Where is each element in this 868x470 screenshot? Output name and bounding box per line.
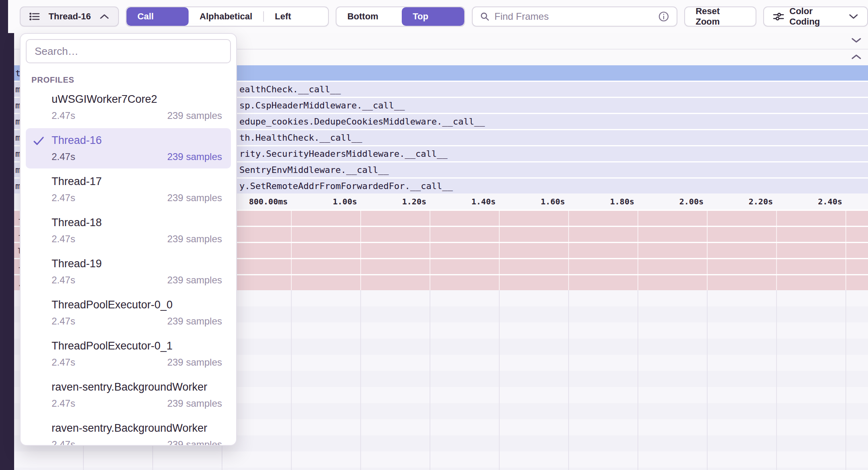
chevron-down-icon <box>849 14 858 19</box>
time-gridline <box>638 290 638 470</box>
thread-dropdown-search-input[interactable] <box>26 39 231 63</box>
time-gridline <box>499 290 500 470</box>
time-gridline <box>360 290 361 470</box>
time-gridline <box>707 290 708 470</box>
time-gridline <box>430 290 430 470</box>
profile-duration: 2.47s <box>52 192 75 204</box>
color-coding-button[interactable]: Color Coding <box>763 6 868 27</box>
chevron-up-icon <box>100 14 109 19</box>
search-icon <box>480 12 490 21</box>
sliders-icon <box>773 12 784 21</box>
profile-sample-count: 239 samples <box>167 398 222 409</box>
time-gridline <box>845 290 846 470</box>
checkmark-icon <box>33 136 44 148</box>
profile-sample-count: 239 samples <box>167 192 222 204</box>
profile-duration: 2.47s <box>52 439 75 446</box>
thread-selector-label: Thread-16 <box>48 11 91 22</box>
time-gridline <box>430 210 430 290</box>
profile-list-item[interactable]: raven-sentry.BackgroundWorker 2.47s 239 … <box>26 375 231 415</box>
profile-name: ThreadPoolExecutor-0_1 <box>52 340 231 352</box>
time-gridline <box>568 210 569 290</box>
profile-name: Thread-18 <box>52 216 231 229</box>
sort-option-left-heavy[interactable]: Left Heavy <box>264 7 328 26</box>
profile-duration: 2.47s <box>52 357 75 368</box>
reset-zoom-label: Reset Zoom <box>696 6 745 27</box>
profile-duration: 2.47s <box>52 275 75 286</box>
thread-list-icon <box>29 12 40 21</box>
profile-duration: 2.47s <box>52 233 75 245</box>
profile-list-item[interactable]: Thread-18 2.47s 239 samples <box>26 210 231 251</box>
profiles-list: uWSGIWorker7Core2 2.47s 239 samples Thre… <box>26 87 231 446</box>
profile-sample-count: 239 samples <box>167 233 222 245</box>
profile-sample-count: 239 samples <box>167 151 222 162</box>
profile-name: ThreadPoolExecutor-0_0 <box>52 299 231 311</box>
reset-zoom-button[interactable]: Reset Zoom <box>684 6 756 27</box>
time-gridline <box>360 210 361 290</box>
profile-list-item[interactable]: Thread-19 2.47s 239 samples <box>26 252 231 292</box>
sort-option-alphabetical[interactable]: Alphabetical <box>189 7 263 26</box>
profile-list-item[interactable]: Thread-17 2.47s 239 samples <box>26 169 231 210</box>
profile-duration: 2.47s <box>52 151 75 162</box>
profile-list-item[interactable]: ThreadPoolExecutor-0_1 2.47s 239 samples <box>26 334 231 374</box>
profile-sample-count: 239 samples <box>167 357 222 368</box>
profile-duration: 2.47s <box>52 398 75 409</box>
profile-name: raven-sentry.BackgroundWorker <box>52 381 231 393</box>
profile-list-item[interactable]: uWSGIWorker7Core2 2.47s 239 samples <box>26 87 231 127</box>
profile-list-item[interactable]: raven-sentry.BackgroundWorker 2.47s 239 … <box>26 416 231 446</box>
find-frames-search[interactable]: Find Frames <box>472 6 677 27</box>
profile-duration: 2.47s <box>52 316 75 327</box>
time-gridline <box>776 290 777 470</box>
direction-segmented-control: Bottom UpTop Down <box>336 6 465 27</box>
info-icon[interactable] <box>658 11 669 22</box>
profile-name: Thread-19 <box>52 258 231 270</box>
profile-name: Thread-16 <box>52 134 231 147</box>
sort-option-call-order[interactable]: Call Order <box>127 7 189 26</box>
profile-duration: 2.47s <box>52 110 75 121</box>
time-gridline <box>499 210 500 290</box>
profile-list-item[interactable]: ThreadPoolExecutor-0_0 2.47s 239 samples <box>26 293 231 333</box>
profile-sample-count: 239 samples <box>167 439 222 446</box>
thread-selector-button[interactable]: Thread-16 <box>20 6 119 27</box>
profile-sample-count: 239 samples <box>167 275 222 286</box>
profiles-section-label: PROFILES <box>31 75 231 85</box>
profile-sample-count: 239 samples <box>167 316 222 327</box>
color-coding-label: Color Coding <box>789 6 843 27</box>
thread-dropdown-panel: PROFILES uWSGIWorker7Core2 2.47s 239 sam… <box>20 33 237 446</box>
time-gridline <box>568 290 569 470</box>
time-gridline <box>707 210 708 290</box>
profile-name: uWSGIWorker7Core2 <box>52 93 231 106</box>
profile-sample-count: 239 samples <box>167 110 222 121</box>
profile-list-item[interactable]: Thread-16 2.47s 239 samples <box>26 128 231 168</box>
direction-option-top-down[interactable]: Top Down <box>402 7 464 26</box>
sort-segmented-control: Call OrderAlphabeticalLeft Heavy <box>126 6 329 27</box>
time-gridline <box>845 210 846 290</box>
time-gridline <box>638 210 638 290</box>
profile-name: Thread-17 <box>52 175 231 188</box>
time-gridline <box>776 210 777 290</box>
find-frames-placeholder: Find Frames <box>494 11 653 22</box>
flamegraph-toolbar: Thread-16 Call OrderAlphabeticalLeft Hea… <box>8 0 868 33</box>
direction-option-bottom-up[interactable]: Bottom Up <box>336 7 402 26</box>
time-gridline <box>291 210 292 290</box>
time-gridline <box>291 290 292 470</box>
app-sidebar-strip <box>0 0 14 470</box>
profile-name: raven-sentry.BackgroundWorker <box>52 422 231 435</box>
